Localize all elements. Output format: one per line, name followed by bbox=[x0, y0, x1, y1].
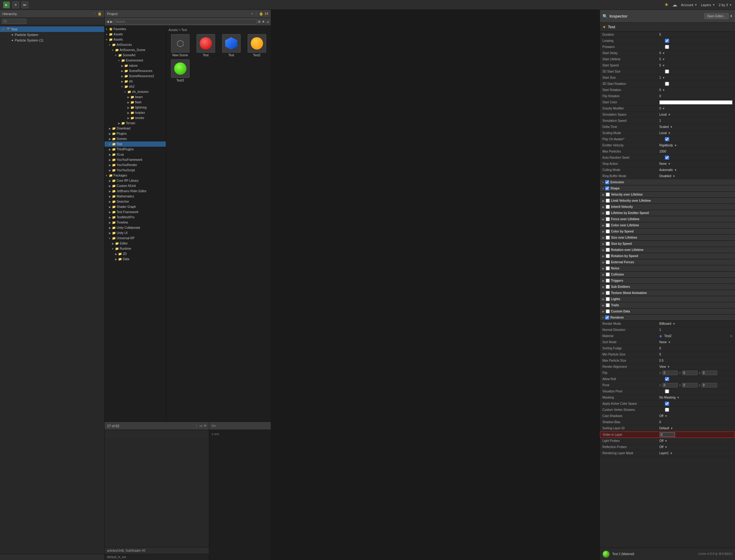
account-menu[interactable]: Account ▼ bbox=[681, 3, 697, 7]
texture-sheet-checkbox[interactable] bbox=[606, 291, 610, 295]
ptree-item-19[interactable]: ▶ 📁 Scenes bbox=[105, 136, 166, 141]
flip-x-input[interactable] bbox=[662, 371, 678, 375]
section-trails[interactable]: ▶ Trails bbox=[600, 302, 735, 308]
ptree-item-21[interactable]: ▶ 📁 ThirdPlugins bbox=[105, 147, 166, 152]
sub-emitters-checkbox[interactable] bbox=[606, 285, 610, 289]
apply-active-color-checkbox[interactable] bbox=[659, 402, 675, 406]
inherit-velocity-checkbox[interactable] bbox=[606, 205, 610, 209]
file-item-test3[interactable]: Test3 bbox=[169, 59, 192, 82]
sort-mode-dropdown-icon[interactable]: ▼ bbox=[668, 341, 671, 344]
flip-y-input[interactable] bbox=[682, 371, 697, 375]
ptree-item-17[interactable]: ▶ 📁 Download bbox=[105, 126, 166, 131]
project-back-icon[interactable]: ◀ bbox=[106, 20, 109, 24]
sorting-layer-dropdown-icon[interactable]: ▼ bbox=[670, 427, 673, 430]
material-target-icon[interactable]: ⊙ bbox=[730, 334, 733, 338]
ptree-item-28[interactable]: ▶ 📁 Custom NUnit bbox=[105, 183, 166, 189]
order-in-layer-input[interactable] bbox=[660, 432, 675, 437]
3d-start-size-checkbox[interactable] bbox=[659, 70, 675, 73]
force-lifetime-checkbox[interactable] bbox=[606, 217, 610, 221]
section-shape[interactable]: ▾ Shape bbox=[600, 185, 735, 192]
ptree-item-31[interactable]: ▶ 📁 Searcher bbox=[105, 199, 166, 204]
reflection-probes-dropdown-icon[interactable]: ▼ bbox=[665, 446, 667, 449]
ptree-item-40[interactable]: ▾ 📁 Runtime bbox=[105, 246, 166, 251]
play-button[interactable]: ▶ bbox=[3, 2, 10, 8]
play-on-awake-checkbox[interactable] bbox=[659, 137, 675, 141]
project-star-icon[interactable]: ★ bbox=[262, 20, 265, 24]
ptree-item-22[interactable]: ▶ 📁 XLua bbox=[105, 152, 166, 157]
start-color-picker[interactable] bbox=[659, 100, 733, 105]
custom-vertex-streams-checkbox[interactable] bbox=[659, 408, 675, 412]
ptree-item-2[interactable]: ▾ 📁 ArtSources_Scene bbox=[105, 47, 166, 53]
cast-shadows-dropdown-icon[interactable]: ▼ bbox=[665, 415, 667, 418]
section-collision[interactable]: ▶ Collision bbox=[600, 272, 735, 278]
ptree-favorites[interactable]: ▾ ⭐ Favorites bbox=[105, 26, 166, 32]
bottom-close-icon[interactable]: ✕ bbox=[204, 424, 206, 428]
ptree-item-36[interactable]: ▶ 📁 Unity Collaborate bbox=[105, 225, 166, 230]
custom-data-checkbox[interactable] bbox=[606, 309, 610, 313]
project-add-icon[interactable]: + bbox=[251, 12, 253, 16]
hierarchy-lock-icon[interactable]: 🔒 bbox=[97, 12, 102, 16]
collision-checkbox[interactable] bbox=[606, 272, 610, 276]
hierarchy-item-test[interactable]: ▾ 🎬 Test bbox=[0, 26, 104, 32]
allow-roll-checkbox[interactable] bbox=[659, 377, 675, 381]
ptree-item-25[interactable]: ▶ 📁 YouYouScript bbox=[105, 168, 166, 173]
section-triggers[interactable]: ▶ Triggers bbox=[600, 278, 735, 284]
ptree-item-23[interactable]: ▶ 📁 YouYouFramework bbox=[105, 157, 166, 162]
ptree-item-39[interactable]: ▶ 📁 Editor bbox=[105, 241, 166, 246]
light-probes-dropdown-icon[interactable]: ▼ bbox=[665, 439, 667, 443]
3d-start-rotation-checkbox[interactable] bbox=[659, 82, 675, 86]
start-lifetime-dropdown-icon[interactable]: ▼ bbox=[662, 58, 665, 61]
visualize-pivot-checkbox[interactable] bbox=[659, 389, 675, 393]
ptree-item-7[interactable]: ▶ 📁 SceneResources2 bbox=[105, 73, 166, 79]
section-color-lifetime[interactable]: ▶ Color over Lifetime bbox=[600, 222, 735, 228]
section-rotation-lifetime[interactable]: ▶ Rotation over Lifetime bbox=[600, 247, 735, 253]
file-item-test-blue[interactable]: Test bbox=[220, 34, 243, 57]
ptree-item-4[interactable]: ▾ 📁 Environment bbox=[105, 58, 166, 63]
inspector-expand-icon[interactable]: ⬍ bbox=[730, 14, 733, 18]
delta-time-dropdown-icon[interactable]: ▼ bbox=[670, 125, 673, 129]
lifetime-emitter-checkbox[interactable] bbox=[606, 211, 610, 215]
ptree-item-5[interactable]: ▶ 📁 nature bbox=[105, 63, 166, 68]
file-item-new-scene[interactable]: ⬡ New Scene bbox=[169, 34, 192, 57]
rotation-speed-checkbox[interactable] bbox=[606, 254, 610, 258]
renderer-checkbox[interactable] bbox=[605, 316, 609, 320]
triggers-checkbox[interactable] bbox=[606, 279, 610, 283]
auto-random-seed-checkbox[interactable] bbox=[659, 156, 675, 160]
section-sub-emitters[interactable]: ▶ Sub Emitters bbox=[600, 284, 735, 290]
pivot-y-input[interactable] bbox=[682, 383, 697, 387]
gravity-dropdown-icon[interactable]: ▼ bbox=[662, 107, 665, 110]
section-inherit-velocity[interactable]: ▶ Inherit Velocity bbox=[600, 204, 735, 210]
render-alignment-dropdown-icon[interactable]: ▼ bbox=[667, 365, 670, 368]
ptree-assets[interactable]: ▾ 📁 Assets bbox=[105, 32, 166, 37]
ptree-item-27[interactable]: ▶ 📁 Core RP Library bbox=[105, 178, 166, 183]
ptree-item-30[interactable]: ▶ 📁 Mathematics bbox=[105, 194, 166, 199]
culling-mode-dropdown-icon[interactable]: ▼ bbox=[674, 169, 677, 172]
ptree-item-18[interactable]: ▶ 📁 Plugins bbox=[105, 131, 166, 136]
ptree-item-37[interactable]: ▶ 📁 Unity UI bbox=[105, 230, 166, 236]
section-size-lifetime[interactable]: ▶ Size over Lifetime bbox=[600, 235, 735, 241]
flip-z-input[interactable] bbox=[702, 371, 717, 375]
section-limit-velocity-lifetime[interactable]: ▶ Limit Velocity over Lifetime bbox=[600, 198, 735, 204]
ptree-item-9[interactable]: ▾ 📁 sfx2 bbox=[105, 84, 166, 89]
ptree-item-13[interactable]: ▶ 📁 lightning bbox=[105, 105, 166, 110]
stop-action-dropdown-icon[interactable]: ▼ bbox=[668, 162, 671, 165]
ptree-item-12[interactable]: ▶ 📁 flash bbox=[105, 100, 166, 105]
emitter-velocity-dropdown-icon[interactable]: ▼ bbox=[674, 144, 677, 147]
scaling-mode-dropdown-icon[interactable]: ▼ bbox=[668, 132, 671, 135]
ptree-item-16[interactable]: ▶ 📁 Terrain bbox=[105, 121, 166, 126]
noise-checkbox[interactable] bbox=[606, 266, 610, 270]
size-lifetime-checkbox[interactable] bbox=[606, 236, 610, 240]
section-force-lifetime[interactable]: ▶ Force over Lifetime bbox=[600, 216, 735, 222]
open-editor-button[interactable]: Open Editor... bbox=[704, 13, 729, 19]
start-speed-dropdown-icon[interactable]: ▼ bbox=[662, 64, 665, 67]
ptree-item-11[interactable]: ▶ 📁 beam bbox=[105, 94, 166, 100]
hierarchy-item-particle1[interactable]: ✦ Particle System bbox=[0, 32, 104, 38]
scroll-bar[interactable] bbox=[106, 431, 208, 437]
section-renderer[interactable]: ▾ Renderer bbox=[600, 315, 735, 321]
ptree-item-42[interactable]: ▶ 📁 Data bbox=[105, 256, 166, 262]
bottom-window-icon[interactable]: ▭ bbox=[199, 424, 202, 428]
prewarm-checkbox[interactable] bbox=[659, 45, 675, 49]
looping-checkbox[interactable] bbox=[659, 39, 675, 43]
project-forward-icon[interactable]: ▶ bbox=[110, 20, 113, 24]
pivot-z-input[interactable] bbox=[702, 383, 717, 387]
